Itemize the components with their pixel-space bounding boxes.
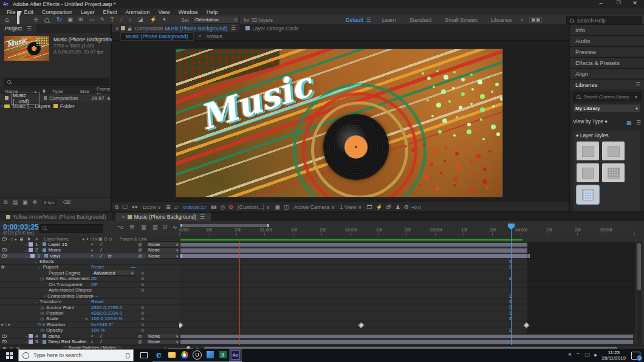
visibility-toggle[interactable] (2, 254, 7, 258)
stopwatch-icon[interactable]: ◷ (40, 316, 44, 321)
link-icon[interactable]: ∞ (85, 316, 88, 321)
close-tab-icon[interactable]: × (122, 214, 125, 220)
workspace-standard[interactable]: Standard (409, 17, 432, 23)
visibility-toggle[interactable] (2, 334, 7, 338)
menu-composition[interactable]: Composition (38, 9, 77, 15)
parent-dropdown[interactable]: None∨ (146, 333, 179, 339)
layer-name[interactable]: clone (48, 333, 60, 339)
include-icon[interactable]: ⊙ (141, 288, 145, 292)
group-row-effects[interactable]: ⌄ Effects (0, 259, 179, 264)
next-keyframe-icon[interactable]: ▶ (8, 323, 10, 326)
pickwhip-icon[interactable]: @ (138, 242, 142, 247)
zoom-tool-icon[interactable] (44, 15, 49, 26)
stopwatch-icon[interactable]: ◷ (40, 328, 44, 332)
visibility-toggle[interactable] (2, 340, 7, 344)
stopwatch-icon[interactable]: ◷ (40, 306, 44, 310)
layer-name-column[interactable]: Layer Name (44, 236, 69, 242)
resolution-icon[interactable]: 👓 (131, 205, 138, 210)
workspace-learn[interactable]: Learn (382, 17, 396, 23)
layer-style-swatch[interactable] (602, 142, 625, 160)
effect-row-puppet[interactable]: fx ⌄ Puppet Reset — (0, 265, 179, 270)
prop-row-compositing-options[interactable]: › Compositing Options + − (0, 293, 179, 299)
panel-libraries[interactable]: Libraries ☰ (570, 79, 644, 89)
timeline-vertical-scrollbar[interactable] (637, 242, 642, 345)
taskbar-3dsmax-icon[interactable]: 3 (216, 349, 229, 362)
expand-arrow-icon[interactable]: › (1, 104, 2, 108)
timeline-track-area[interactable]: I I I I I I I I I (179, 242, 635, 345)
include-icon[interactable]: ⊙ (141, 328, 145, 332)
workspace-default[interactable]: Default (346, 17, 363, 23)
layer-tab[interactable]: Layer Orange Circle (239, 26, 305, 32)
panel-align[interactable]: Align (570, 68, 644, 78)
library-search-input[interactable]: Search Current Library ▼ (573, 92, 641, 101)
prop-value[interactable]: 100 % (91, 328, 105, 333)
layer-row-5[interactable]: › 5 Deep Red Scatter ♦∕ @ None∨ (0, 339, 179, 344)
stopwatch-icon[interactable]: ◷ (40, 311, 44, 315)
stopwatch-icon-active[interactable]: ◷ (37, 322, 41, 327)
brush-tool-icon[interactable]: ∕ (122, 17, 123, 22)
menu-effect[interactable]: Effect (99, 9, 122, 15)
prop-row-mesh-refinement[interactable]: ◷ Mesh Ro..efinement 20 ⊙ (0, 276, 179, 282)
pen-tool-icon[interactable]: ✎ (100, 17, 105, 22)
adjustment-icon[interactable]: ✥ (32, 200, 37, 205)
region-of-interest-icon[interactable]: ▣ (275, 205, 280, 210)
people-icon[interactable]: ᴿ (569, 353, 571, 358)
col-size[interactable]: Size (80, 89, 89, 94)
orbit-tool-icon[interactable]: ↻ (57, 16, 62, 23)
close-tab-icon[interactable]: × (115, 26, 118, 32)
comp-timecode[interactable]: 0;00;00;17 (183, 205, 207, 210)
hand-tool-icon[interactable]: ✛ (33, 17, 38, 23)
interpret-footage-icon[interactable]: ⧉ (4, 200, 7, 205)
timeline-button-icon[interactable]: 🗗 (386, 205, 392, 210)
stamp-tool-icon[interactable]: ⊥ (128, 17, 132, 22)
menu-view[interactable]: View (154, 9, 174, 15)
layer-style-swatch[interactable] (602, 163, 625, 182)
add-keyframe-icon[interactable]: ◇ (4, 323, 7, 326)
label-chip[interactable] (30, 254, 35, 258)
layer-style-swatch[interactable] (577, 163, 599, 182)
panel-menu-icon[interactable]: ☰ (27, 26, 32, 32)
panel-menu-icon[interactable]: ☰ (231, 26, 236, 31)
transparency-grid-icon[interactable]: ◫ (284, 205, 289, 210)
prop-row-scale[interactable]: ◷ Scale ∞ 100.0,100.0 % ⊙ (0, 316, 179, 322)
composition-viewport[interactable]: Music (176, 49, 502, 197)
rotobrush-tool-icon[interactable]: ⚡ (149, 17, 156, 22)
delete-icon[interactable]: ⌫ (63, 200, 70, 205)
prop-value[interactable]: 0x+345.3° (91, 322, 113, 327)
group-row-transform[interactable]: ⌄ Transform Reset (0, 299, 179, 304)
menu-layer[interactable]: Layer (77, 9, 99, 15)
breadcrumb-parent[interactable]: Arrows (206, 33, 222, 39)
taskbar-unreal-icon[interactable]: U (191, 349, 204, 362)
workspace-menu-icon[interactable]: ☰ (366, 17, 371, 23)
label-chip[interactable] (29, 248, 33, 252)
close-button[interactable]: ✕ (627, 0, 643, 9)
pickwhip-icon[interactable]: @ (138, 248, 142, 252)
label-chip[interactable] (29, 242, 33, 247)
motion-blur-icon[interactable]: ∅ (163, 225, 168, 230)
minimize-button[interactable]: – (593, 0, 609, 9)
camera-tool-icon[interactable]: ▣ (67, 17, 73, 22)
panel-audio[interactable]: Audio (570, 35, 644, 46)
choose-grid-icon[interactable]: ⊞ (166, 205, 171, 210)
rotation-keyframe[interactable] (179, 323, 183, 329)
effect-reset[interactable]: Reset (91, 265, 104, 270)
parent-dropdown[interactable]: None∨ (146, 253, 179, 259)
taskbar-search-box[interactable]: Type here to search (18, 349, 134, 361)
parent-link-column[interactable]: Parent & Link (120, 236, 147, 242)
prop-value[interactable]: 20 (91, 276, 97, 282)
hidden-icons-chevron[interactable]: ⌃ (576, 353, 580, 358)
panel-info[interactable]: Info (570, 24, 644, 35)
timeline-search-input[interactable] (39, 224, 103, 233)
layer-name[interactable]: Deep Red Scatter (48, 339, 87, 344)
workspace-overflow[interactable]: » (520, 17, 523, 23)
label-column-icon[interactable]: ❥ (42, 89, 46, 94)
label-chip[interactable] (29, 334, 33, 338)
view-by-type-dropdown[interactable]: View by Type ▾ (573, 118, 608, 125)
layer-name[interactable]: vinyl (50, 253, 60, 259)
project-row-composition[interactable]: Music (...und) Composition 29.97 ♟ (0, 94, 111, 102)
prop-row-on-transparent[interactable]: On Transparent Off ⊙ (0, 282, 179, 287)
layer-name[interactable]: Layer 15 (48, 242, 67, 247)
eraser-tool-icon[interactable]: ◪ (138, 17, 143, 22)
project-row-folder[interactable]: › Music (... Layers Folder (0, 102, 111, 110)
camera-dropdown[interactable]: Active Camera ∨ (293, 204, 335, 210)
